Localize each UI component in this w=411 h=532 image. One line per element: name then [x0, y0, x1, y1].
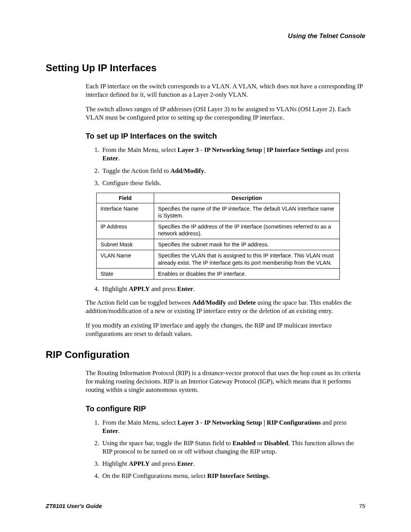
text: The Action field can be toggled between: [86, 299, 192, 306]
subheading-configure-rip: To configure RIP: [86, 404, 365, 413]
text: On the RIP Configurations menu, select: [102, 472, 207, 479]
steps-list: From the Main Menu, select Layer 3 - IP …: [86, 419, 365, 481]
text: Highlight: [102, 460, 129, 467]
cell-desc: Specifies the IP address of the IP inter…: [154, 221, 340, 239]
para: The Routing Information Protocol (RIP) i…: [86, 369, 365, 394]
text: or: [255, 439, 264, 447]
text: Toggle the Action field to: [102, 167, 170, 174]
bold: Add/Modify: [170, 167, 204, 174]
text: .: [118, 155, 120, 162]
step: Highlight APPLY and press Enter.: [101, 460, 365, 468]
cell-desc: Specifies the VLAN that is assigned to t…: [154, 250, 340, 268]
step: Toggle the Action field to Add/Modify.: [101, 167, 365, 175]
heading-rip-config: RIP Configuration: [46, 349, 365, 361]
text: .: [204, 167, 206, 174]
text: .: [193, 460, 194, 467]
body-block-2: The Routing Information Protocol (RIP) i…: [86, 369, 365, 480]
text: .: [118, 427, 120, 435]
step: Using the space bar, toggle the RIP Stat…: [101, 439, 365, 456]
bold: Enter: [102, 155, 118, 162]
para: If you modify an existing IP interface a…: [86, 321, 365, 338]
steps-list: From the Main Menu, select Layer 3 - IP …: [86, 146, 365, 187]
text: and: [226, 299, 239, 306]
cell-desc: Specifies the subnet mask for the IP add…: [154, 239, 340, 250]
bold: Add/Modify: [192, 299, 226, 306]
text: .: [193, 285, 194, 292]
para: Each IP interface on the switch correspo…: [86, 82, 365, 99]
text: Highlight: [102, 285, 129, 292]
cell-desc: Enables or disables the IP interface.: [154, 268, 340, 279]
step: From the Main Menu, select Layer 3 - IP …: [101, 146, 365, 163]
step: Highlight APPLY and press Enter.: [101, 285, 365, 293]
bold: APPLY: [129, 460, 150, 467]
footer-page: 75: [359, 503, 365, 509]
step: From the Main Menu, select Layer 3 - IP …: [101, 419, 365, 435]
cell-field: Subnet Mask: [97, 239, 154, 250]
table-row: VLAN Name Specifies the VLAN that is ass…: [97, 250, 340, 268]
table-row: Subnet Mask Specifies the subnet mask fo…: [97, 239, 340, 250]
table-row: Interface Name Specifies the name of the…: [97, 203, 340, 221]
subheading-set-up-ip: To set up IP Interfaces on the switch: [86, 132, 365, 141]
table-row: IP Address Specifies the IP address of t…: [97, 221, 340, 239]
step: On the RIP Configurations menu, select R…: [101, 472, 365, 480]
th-desc: Description: [154, 193, 340, 203]
table-row: State Enables or disables the IP interfa…: [97, 268, 340, 279]
para: The switch allows ranges of IP addresses…: [86, 105, 365, 122]
text: and press: [321, 419, 347, 426]
step: Configure these fields.: [101, 179, 365, 187]
page: Using the Telnet Console Setting Up IP I…: [0, 0, 411, 532]
para: The Action field can be toggled between …: [86, 299, 365, 315]
text: and press: [150, 460, 177, 467]
bold: Enabled: [233, 439, 255, 447]
body-block-1: Each IP interface on the switch correspo…: [86, 82, 365, 338]
bold: Disabled: [264, 439, 288, 447]
steps-list-cont: Highlight APPLY and press Enter.: [86, 285, 365, 293]
chapter-header: Using the Telnet Console: [46, 32, 365, 40]
cell-desc: Specifies the name of the IP interface. …: [154, 203, 340, 221]
bold: RIP Interface Settings: [207, 472, 269, 479]
text: .: [268, 472, 270, 479]
bold: Delete: [239, 299, 256, 306]
text: and press: [150, 285, 177, 292]
text: From the Main Menu, select: [102, 146, 177, 153]
bold: Layer 3 - IP Networking Setup | RIP Conf…: [177, 419, 321, 426]
cell-field: VLAN Name: [97, 250, 154, 268]
footer-guide: ZT8101 User's Guide: [46, 503, 102, 509]
bold: Layer 3 - IP Networking Setup | IP Inter…: [177, 146, 323, 153]
field-table: Field Description Interface Name Specifi…: [96, 193, 340, 280]
bold: Enter: [102, 427, 118, 435]
footer: ZT8101 User's Guide 75: [46, 503, 365, 509]
text: From the Main Menu, select: [102, 419, 177, 426]
text: and press: [323, 146, 349, 153]
cell-field: State: [97, 268, 154, 279]
th-field: Field: [97, 193, 154, 203]
bold: APPLY: [129, 285, 150, 292]
cell-field: IP Address: [97, 221, 154, 239]
text: Using the space bar, toggle the RIP Stat…: [102, 439, 233, 447]
text: Configure these fields.: [102, 179, 161, 187]
bold: Enter: [177, 460, 193, 467]
cell-field: Interface Name: [97, 203, 154, 221]
bold: Enter: [177, 285, 193, 292]
heading-setting-up-ip: Setting Up IP Interfaces: [46, 62, 365, 74]
